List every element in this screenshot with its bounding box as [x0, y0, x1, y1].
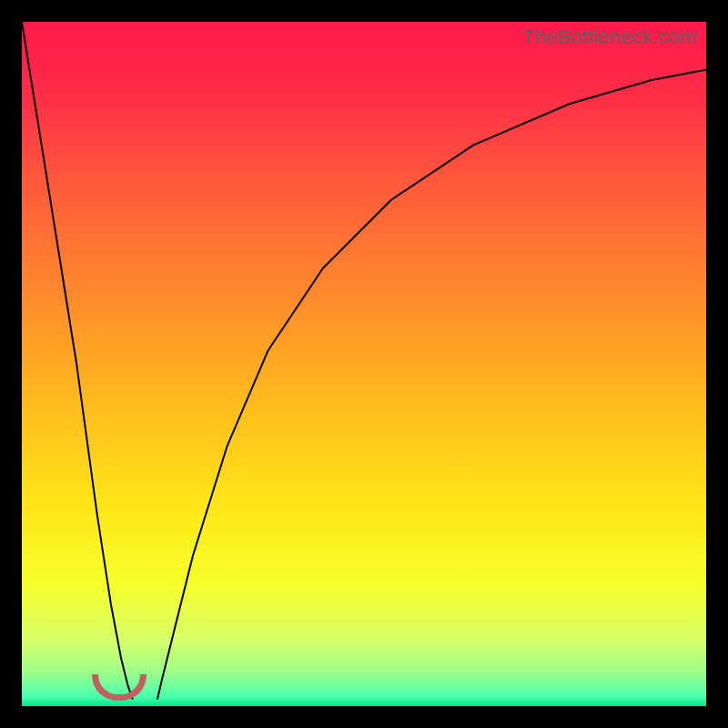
watermark-text: TheBottleneck.com: [522, 25, 697, 49]
curve-layer: [22, 22, 706, 706]
plot-area: TheBottleneck.com: [22, 22, 706, 706]
chart-frame: TheBottleneck.com: [0, 0, 728, 728]
series-right-branch: [157, 70, 706, 700]
series-left-branch: [22, 22, 133, 699]
